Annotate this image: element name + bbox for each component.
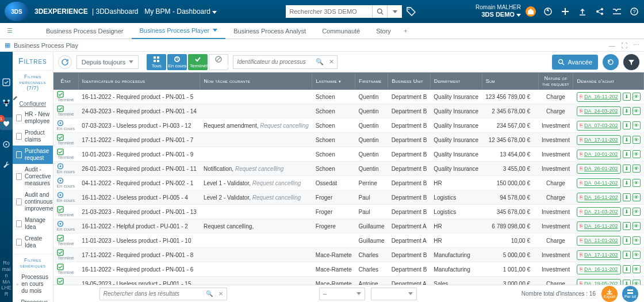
- date-range-select[interactable]: Depuis toujours: [76, 55, 139, 69]
- tab-communauté[interactable]: Communauté: [314, 23, 368, 39]
- table-row[interactable]: Terminé17-11-2022 - Required product - P…: [53, 248, 644, 262]
- pdf-link[interactable]: ⎘DA_04-11-202: [577, 178, 621, 188]
- table-row[interactable]: Terminé11-01-2023 - Useless product - PI…: [53, 234, 644, 248]
- expand-icon[interactable]: ⛶: [621, 42, 627, 49]
- home-icon[interactable]: [526, 6, 536, 17]
- table-row[interactable]: En cours16-11-2022 - Useless product - P…: [53, 190, 644, 205]
- results-search-icon[interactable]: 🔍: [204, 290, 215, 297]
- tab-business-process-player[interactable]: Business Process Player: [132, 23, 226, 39]
- process-id-input[interactable]: [233, 56, 314, 68]
- filter-item[interactable]: HR - New employee: [13, 109, 53, 127]
- configure-link[interactable]: Configurer: [13, 94, 53, 109]
- table-row[interactable]: En cours07-03-2023 - Useless product - P…: [53, 118, 644, 133]
- download-icon[interactable]: ⬇: [623, 179, 631, 187]
- download-icon[interactable]: ⬇: [623, 107, 631, 115]
- search-input[interactable]: [286, 5, 372, 18]
- pdf-link[interactable]: ⎘DA_16-11-202: [577, 221, 621, 231]
- results-clear-icon[interactable]: ✕: [215, 290, 227, 297]
- table-row[interactable]: Terminé19-05-2023 - Useless product - PI…: [53, 277, 644, 285]
- advanced-button[interactable]: Avancée: [552, 55, 598, 70]
- view-icon[interactable]: 👁: [632, 179, 641, 187]
- flow-icon[interactable]: [612, 6, 622, 17]
- user-block[interactable]: Romain MALHER 3DS DEMO: [476, 4, 521, 18]
- view-icon[interactable]: 👁: [632, 236, 641, 244]
- download-icon[interactable]: ⬇: [623, 280, 631, 285]
- table-row[interactable]: Terminé16-11-2022 - Required product - P…: [53, 90, 644, 104]
- plus-icon[interactable]: [560, 6, 570, 17]
- download-icon[interactable]: ⬇: [623, 150, 631, 158]
- upload-icon[interactable]: [577, 6, 588, 17]
- filter-item[interactable]: Create Idea: [13, 233, 53, 251]
- col-header[interactable]: Firstname: [355, 72, 388, 90]
- status-done-button[interactable]: Terminé: [188, 54, 208, 70]
- pdf-link[interactable]: ⎘DA_26-01-202: [577, 164, 621, 174]
- export-button[interactable]: Export: [601, 286, 618, 302]
- breadcrumb[interactable]: My BPM - Dashboard: [141, 7, 217, 16]
- rail-wrench-icon[interactable]: [0, 159, 13, 171]
- filter-item[interactable]: Audit and continuous improvement: [13, 189, 53, 215]
- results-search-input[interactable]: [100, 290, 204, 297]
- status-inprogress-button[interactable]: En cours: [167, 54, 187, 70]
- filter-item[interactable]: Audit - Corrective measures: [13, 164, 53, 189]
- search-dropdown[interactable]: [387, 5, 402, 18]
- add-tab-icon[interactable]: ＋: [402, 26, 409, 35]
- filter-item[interactable]: Product claims: [13, 127, 53, 146]
- pdf-link[interactable]: ⎘DA_10-01-202: [577, 150, 621, 159]
- filter-item[interactable]: Purchase request: [13, 146, 53, 164]
- download-icon[interactable]: ⬇: [623, 165, 631, 173]
- view-icon[interactable]: 👁: [632, 93, 641, 101]
- view-icon[interactable]: 👁: [632, 280, 641, 285]
- reload-button[interactable]: [603, 54, 619, 70]
- batch-button[interactable]: Par lot: [622, 286, 638, 302]
- pdf-link[interactable]: ⎘DA_07-03-202: [577, 121, 621, 131]
- help-icon[interactable]: ?: [629, 6, 639, 17]
- pdf-link[interactable]: ⎘DA_17-11-202: [577, 135, 621, 145]
- footer-select-2[interactable]: [371, 288, 417, 300]
- rail-heart-icon[interactable]: 1: [0, 117, 13, 130]
- tag-icon[interactable]: [407, 7, 416, 16]
- view-icon[interactable]: 👁: [632, 251, 641, 259]
- table-wrapper[interactable]: ÉtatIdentificateur du processusNom tâche…: [53, 72, 644, 285]
- col-header[interactable]: Department: [430, 72, 482, 90]
- process-id-clear-icon[interactable]: ✕: [325, 58, 337, 66]
- filter-item[interactable]: Processus en cours du mois: [13, 272, 53, 297]
- col-header[interactable]: Lastname▾: [312, 72, 355, 90]
- pdf-link[interactable]: ⎘DA_17-11-202: [577, 250, 621, 260]
- download-icon[interactable]: ⬇: [623, 251, 631, 259]
- status-interrupted-button[interactable]: Interrompus: [209, 54, 228, 70]
- col-header[interactable]: Business Unit: [388, 72, 431, 90]
- pdf-link[interactable]: ⎘DA_11-01-202: [577, 236, 621, 246]
- share-icon[interactable]: [595, 6, 605, 17]
- tab-story[interactable]: Story: [368, 23, 399, 39]
- download-icon[interactable]: ⬇: [623, 208, 631, 216]
- process-id-search-icon[interactable]: 🔍: [314, 58, 325, 66]
- view-icon[interactable]: 👁: [632, 222, 641, 230]
- compass-icon[interactable]: [543, 6, 553, 17]
- pdf-link[interactable]: ⎘DA_16-11-202: [577, 92, 621, 102]
- view-icon[interactable]: 👁: [632, 193, 641, 201]
- table-row[interactable]: En cours16-11-2022 - Helpful product - P…: [53, 219, 644, 234]
- col-header[interactable]: Nature of the request: [538, 72, 573, 90]
- download-icon[interactable]: ⬇: [623, 93, 631, 101]
- view-icon[interactable]: 👁: [632, 107, 641, 115]
- tab-business-process-analyst[interactable]: Business Process Analyst: [225, 23, 314, 39]
- search-button[interactable]: [372, 5, 387, 18]
- col-header[interactable]: Nom tâche courante: [200, 72, 312, 90]
- view-icon[interactable]: 👁: [632, 165, 641, 173]
- download-icon[interactable]: ⬇: [623, 193, 631, 201]
- table-row[interactable]: Terminé24-03-2023 - Required product - P…: [53, 104, 644, 118]
- col-header[interactable]: État: [53, 72, 79, 90]
- table-row[interactable]: En cours26-01-2023 - Required product - …: [53, 162, 644, 176]
- more-icon[interactable]: ⋯: [633, 41, 639, 49]
- view-icon[interactable]: 👁: [632, 208, 641, 216]
- download-icon[interactable]: ⬇: [623, 136, 631, 144]
- download-icon[interactable]: ⬇: [623, 222, 631, 230]
- col-header[interactable]: Demande d'achat: [573, 72, 644, 90]
- filter-item[interactable]: Manage Idea: [13, 215, 53, 233]
- table-row[interactable]: En cours04-11-2022 - Required product - …: [53, 176, 644, 190]
- table-row[interactable]: Terminé16-11-2022 - Required product - P…: [53, 262, 644, 277]
- footer-select-1[interactable]: --: [319, 288, 365, 300]
- pdf-link[interactable]: ⎘DA_24-03-202: [577, 106, 621, 116]
- table-row[interactable]: Terminé10-01-2023 - Required product - P…: [53, 147, 644, 162]
- pdf-link[interactable]: ⎘DA_16-11-202: [577, 193, 621, 202]
